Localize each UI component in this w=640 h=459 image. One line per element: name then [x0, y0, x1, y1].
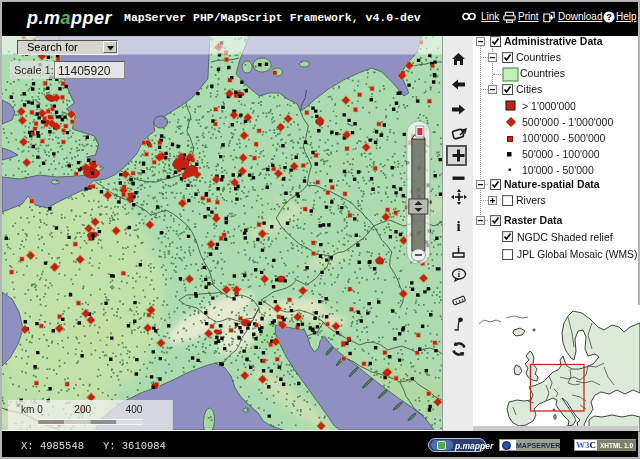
svg-text:400: 400: [126, 404, 143, 415]
svg-text:i: i: [456, 218, 460, 233]
svg-text:i: i: [458, 269, 461, 279]
svg-text:km 0: km 0: [21, 404, 43, 415]
svg-text:?: ?: [606, 12, 612, 22]
svg-text:200: 200: [74, 404, 91, 415]
